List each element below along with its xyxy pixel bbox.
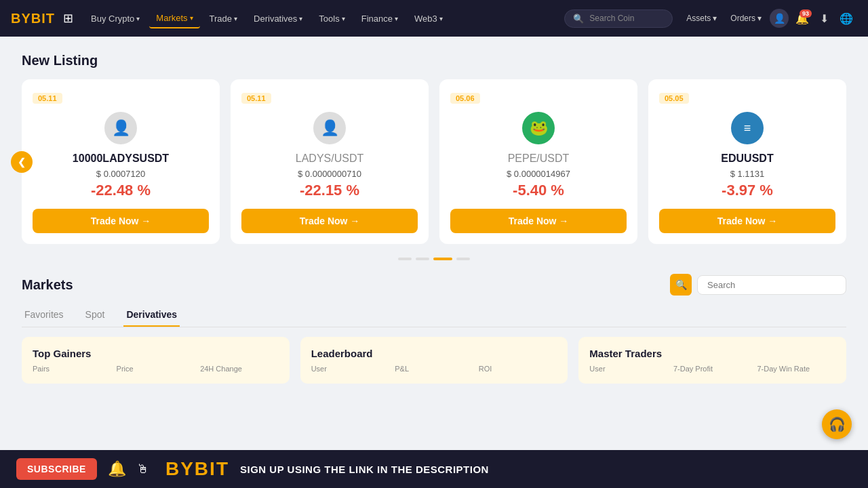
subscribe-button[interactable]: SUBSCRIBE	[16, 458, 97, 480]
coin-icon: 👤	[313, 112, 346, 144]
globe-icon[interactable]: 🌐	[835, 9, 857, 28]
card-price: $ 0.0007120	[96, 169, 145, 179]
logo-accent: T	[46, 11, 55, 26]
banner-text: SIGN UP USING THE LINK IN THE DESCRIPTIO…	[240, 464, 489, 475]
nav-markets[interactable]: Markets ▾	[149, 9, 199, 28]
leaderboard-cols: User P&L ROI	[311, 365, 557, 373]
leaderboard-card: Leaderboard User P&L ROI	[300, 337, 568, 384]
logo[interactable]: BYBIT	[11, 11, 55, 26]
card-change: -3.97 %	[722, 182, 773, 199]
col-7day-profit: 7-Day Profit	[673, 365, 752, 373]
listing-card: 05.11 👤 10000LADYSUSDT $ 0.0007120 -22.4…	[22, 79, 220, 244]
trade-now-button[interactable]: Trade Now →	[241, 209, 418, 233]
search-input[interactable]	[589, 14, 664, 23]
markets-search-button[interactable]: 🔍	[670, 274, 692, 296]
notification-bell[interactable]: 🔔 93	[791, 9, 813, 28]
market-tabs: Favorites Spot Derivatives	[22, 304, 846, 327]
grid-icon[interactable]: ⊞	[63, 11, 73, 26]
chevron-down-icon: ▾	[299, 15, 302, 22]
master-traders-title: Master Traders	[589, 348, 835, 359]
logo-text: BYBI	[11, 11, 46, 26]
carousel-prev-button[interactable]: ❮	[11, 151, 33, 173]
support-button[interactable]: 🎧	[822, 409, 852, 439]
markets-section: Markets 🔍 Favorites Spot Derivatives Top…	[22, 274, 846, 384]
bell-icon: 🔔	[108, 460, 126, 478]
chevron-down-icon: ▾	[190, 14, 193, 22]
markets-search-input[interactable]	[707, 280, 836, 290]
nav-finance[interactable]: Finance ▾	[355, 9, 405, 28]
coin-icon: 👤	[104, 112, 137, 144]
nav-web3[interactable]: Web3 ▾	[408, 9, 450, 28]
col-user: User	[589, 365, 668, 373]
col-roi: ROI	[479, 365, 557, 373]
bottom-banner: SUBSCRIBE 🔔 🖱 BYBIT SIGN UP USING THE LI…	[0, 450, 868, 488]
nav-tools[interactable]: Tools ▾	[312, 9, 351, 28]
search-bar[interactable]: 🔍	[564, 9, 673, 28]
navbar: BYBIT ⊞ Buy Crypto ▾ Markets ▾ Trade ▾ D…	[0, 0, 868, 37]
tab-favorites[interactable]: Favorites	[22, 304, 66, 327]
nav-assets[interactable]: Assets ▾	[681, 10, 722, 26]
col-price: Price	[117, 365, 195, 373]
new-listing-title: New Listing	[22, 53, 846, 68]
chevron-down-icon: ▾	[757, 14, 762, 23]
card-change: -22.15 %	[300, 182, 359, 199]
coin-icon: ≡	[731, 112, 764, 144]
card-date: 05.11	[241, 93, 271, 104]
pagination-dot[interactable]	[456, 258, 470, 260]
card-name: EDUUSDT	[721, 152, 773, 165]
card-name: PEPE/USDT	[508, 152, 570, 165]
carousel-pagination	[22, 258, 846, 260]
tab-spot[interactable]: Spot	[83, 304, 108, 327]
chevron-down-icon: ▾	[439, 15, 443, 22]
markets-header: Markets 🔍	[22, 274, 846, 296]
listing-cards-container: 05.11 👤 10000LADYSUSDT $ 0.0007120 -22.4…	[22, 79, 846, 244]
card-change: -5.40 %	[513, 182, 564, 199]
markets-search-bar[interactable]	[697, 275, 846, 295]
new-listing-section: New Listing ❮ 05.11 👤 10000LADYSUSDT $ 0…	[22, 53, 846, 260]
market-bottom-cards: Top Gainers Pairs Price 24H Change Leade…	[22, 337, 846, 384]
pagination-dot[interactable]	[398, 258, 412, 260]
chevron-down-icon: ▾	[136, 15, 140, 22]
card-price: $ 0.0000014967	[507, 169, 570, 179]
pagination-dot[interactable]	[416, 258, 429, 260]
nav-trade[interactable]: Trade ▾	[203, 9, 244, 28]
tab-derivatives[interactable]: Derivatives	[123, 304, 180, 327]
pagination-dot-active[interactable]	[433, 258, 452, 260]
chevron-down-icon: ▾	[234, 15, 237, 22]
chevron-down-icon: ▾	[342, 15, 345, 22]
card-date: 05.05	[659, 93, 689, 104]
card-name: 10000LADYSUSDT	[73, 152, 169, 165]
listing-card: 05.06 🐸 PEPE/USDT $ 0.0000014967 -5.40 %…	[439, 79, 637, 244]
card-date: 05.06	[450, 93, 480, 104]
card-date: 05.11	[33, 93, 62, 104]
coin-icon: 🐸	[522, 112, 555, 144]
trade-now-button[interactable]: Trade Now →	[450, 209, 627, 233]
col-pnl: P&L	[395, 365, 473, 373]
top-gainers-card: Top Gainers Pairs Price 24H Change	[22, 337, 290, 384]
listing-carousel: ❮ 05.11 👤 10000LADYSUSDT $ 0.0007120 -22…	[22, 79, 846, 244]
nav-derivatives[interactable]: Derivatives ▾	[247, 9, 309, 28]
leaderboard-title: Leaderboard	[311, 348, 557, 359]
main-content: New Listing ❮ 05.11 👤 10000LADYSUSDT $ 0…	[0, 37, 868, 450]
nav-orders[interactable]: Orders ▾	[725, 10, 767, 26]
nav-buy-crypto[interactable]: Buy Crypto ▾	[84, 9, 146, 28]
card-price: $ 0.0000000710	[298, 169, 361, 179]
mouse-icon: 🖱	[137, 462, 149, 476]
col-24h-change: 24H Change	[200, 365, 279, 373]
card-change: -22.48 %	[91, 182, 151, 199]
listing-card: 05.05 ≡ EDUUSDT $ 1.1131 -3.97 % Trade N…	[648, 79, 846, 244]
banner-logo: BYBIT	[165, 458, 229, 480]
col-7day-winrate: 7-Day Win Rate	[757, 365, 835, 373]
listing-card: 05.11 👤 LADYS/USDT $ 0.0000000710 -22.15…	[231, 79, 429, 244]
trade-now-button[interactable]: Trade Now →	[33, 209, 209, 233]
avatar[interactable]: 👤	[770, 9, 789, 28]
notification-badge: 93	[800, 9, 812, 18]
trade-now-button[interactable]: Trade Now →	[659, 209, 835, 233]
master-traders-cols: User 7-Day Profit 7-Day Win Rate	[589, 365, 835, 373]
chevron-down-icon: ▾	[395, 15, 398, 22]
search-icon: 🔍	[573, 14, 584, 24]
chevron-down-icon: ▾	[713, 14, 717, 23]
download-icon[interactable]: ⬇	[816, 9, 833, 28]
card-price: $ 1.1131	[730, 169, 765, 179]
nav-right: Assets ▾ Orders ▾ 👤 🔔 93 ⬇ 🌐	[681, 9, 857, 28]
